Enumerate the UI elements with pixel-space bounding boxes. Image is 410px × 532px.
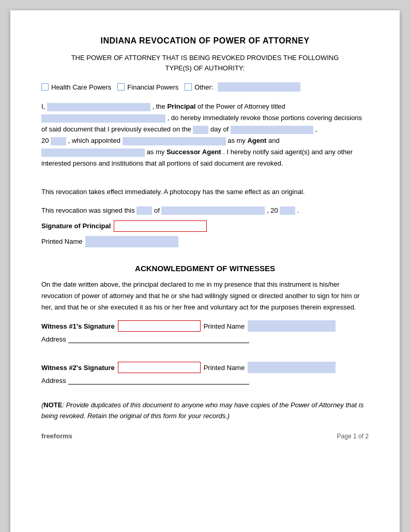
note-text: : Provide duplicates of this document to…: [41, 401, 363, 420]
signed-of: of: [154, 206, 160, 214]
financial-label: Financial Powers: [127, 83, 178, 91]
ack-body-para: On the date written above, the principal…: [41, 279, 369, 313]
financial-checkbox-item: Financial Powers: [117, 83, 178, 91]
revocation-effect-para: This revocation takes effect immediately…: [41, 186, 369, 198]
witness1-addr-label: Address: [41, 335, 66, 343]
page-number: Page 1 of 2: [337, 433, 369, 440]
signed-month-field[interactable]: [161, 206, 265, 215]
subtitle-line2: TYPE(S) OF AUTHORITY:: [165, 64, 245, 72]
body3-agent-post: as my: [227, 137, 246, 144]
witness1-address-field[interactable]: [68, 335, 249, 343]
health-care-label: Health Care Powers: [51, 83, 111, 91]
subtitle-line1: THE POWER OF ATTORNEY THAT IS BEING REVO…: [71, 54, 339, 62]
witness2-name-label: Printed Name: [204, 364, 245, 372]
month-field[interactable]: [231, 126, 313, 134]
principal-sig-row: Signature of Principal: [41, 220, 369, 232]
brand-pre: free: [41, 432, 54, 440]
printed-name-label: Printed Name: [41, 238, 82, 245]
signed-year: , 20: [267, 206, 278, 214]
note-para: (NOTE: Provide duplicates of this docume…: [41, 400, 369, 422]
ack-body-text: On the date written above, the principal…: [41, 280, 360, 311]
witness1-sig-label: Witness #1's Signature: [41, 322, 115, 330]
witness1-name-field[interactable]: [248, 320, 336, 332]
document-subtitle: THE POWER OF ATTORNEY THAT IS BEING REVO…: [41, 53, 369, 73]
witness2-signature-field[interactable]: [118, 362, 201, 373]
witness2-name-field[interactable]: [248, 362, 336, 373]
comma-1: ,: [315, 125, 317, 133]
note-bold: NOTE: [43, 401, 62, 409]
witness2-section: Witness #2's Signature Printed Name Addr…: [41, 362, 369, 385]
ack-title: ACKNOWLEDGMENT OF WITNESSES: [41, 264, 369, 273]
document-page: INDIANA REVOCATION OF POWER OF ATTORNEY …: [10, 10, 400, 532]
body-paragraph-1: I, , the Principal of the Power of Attor…: [41, 101, 369, 170]
printed-name-field[interactable]: [85, 236, 178, 247]
signed-year-field[interactable]: [280, 206, 295, 215]
witness2-sig-label: Witness #2's Signature: [41, 364, 115, 372]
body1-pre: I,: [41, 102, 45, 110]
other-checkbox[interactable]: [185, 83, 192, 91]
note-section: (NOTE: Provide duplicates of this docume…: [41, 400, 369, 422]
witness1-section: Witness #1's Signature Printed Name Addr…: [41, 320, 369, 343]
signed-day-field[interactable]: [136, 206, 152, 215]
body2-day: day of: [210, 125, 229, 133]
witness2-addr-label: Address: [41, 377, 66, 385]
agent-name-field[interactable]: [123, 137, 226, 145]
signed-year-end: .: [297, 206, 299, 214]
printed-name-row: Printed Name: [41, 236, 369, 247]
brand-post: forms: [54, 432, 72, 440]
body3-agent-bold: Agent: [247, 137, 266, 144]
body1-post: of the Power of Attorney titled: [198, 102, 285, 110]
other-input[interactable]: [218, 82, 300, 92]
witness1-name-label: Printed Name: [204, 322, 245, 330]
financial-checkbox[interactable]: [117, 83, 125, 91]
document-title: INDIANA REVOCATION OF POWER OF ATTORNEY: [41, 36, 369, 46]
body1-principal-bold: Principal: [167, 102, 195, 110]
body3-and: and: [268, 137, 280, 144]
other-label: Other:: [194, 83, 213, 91]
authority-row: Health Care Powers Financial Powers Othe…: [41, 82, 369, 92]
body4-pre: as my: [147, 148, 165, 156]
witness2-sig-row: Witness #2's Signature Printed Name: [41, 362, 369, 373]
sig-principal-label: Signature of Principal: [41, 222, 111, 230]
body1-mid: , the: [152, 102, 165, 110]
day-number-field[interactable]: [193, 126, 208, 134]
witness1-sig-row: Witness #1's Signature Printed Name: [41, 320, 369, 332]
body3-mid: , which appointed: [68, 137, 120, 144]
body4-successor-bold: Successor Agent: [166, 148, 221, 156]
page-footer: freeforms Page 1 of 2: [41, 432, 369, 440]
health-care-checkbox[interactable]: [41, 83, 49, 91]
witness1-signature-field[interactable]: [118, 320, 201, 332]
witness1-addr-row: Address: [41, 335, 369, 343]
witness2-address-field[interactable]: [68, 376, 249, 385]
poa-title-field[interactable]: [41, 114, 165, 123]
principal-name-field[interactable]: [47, 103, 150, 111]
signed-row: This revocation was signed this of , 20 …: [41, 205, 369, 216]
body3-year: 20: [41, 137, 49, 144]
revocation-effect-text: This revocation takes effect immediately…: [41, 188, 305, 196]
health-care-checkbox-item: Health Care Powers: [41, 83, 111, 91]
other-checkbox-item: Other:: [185, 82, 300, 92]
principal-signature-field[interactable]: [114, 220, 207, 232]
year-field[interactable]: [51, 137, 66, 145]
successor-agent-field[interactable]: [41, 149, 145, 157]
signed-pre: This revocation was signed this: [41, 206, 135, 214]
brand-logo: freeforms: [41, 432, 72, 440]
witness2-addr-row: Address: [41, 376, 369, 385]
